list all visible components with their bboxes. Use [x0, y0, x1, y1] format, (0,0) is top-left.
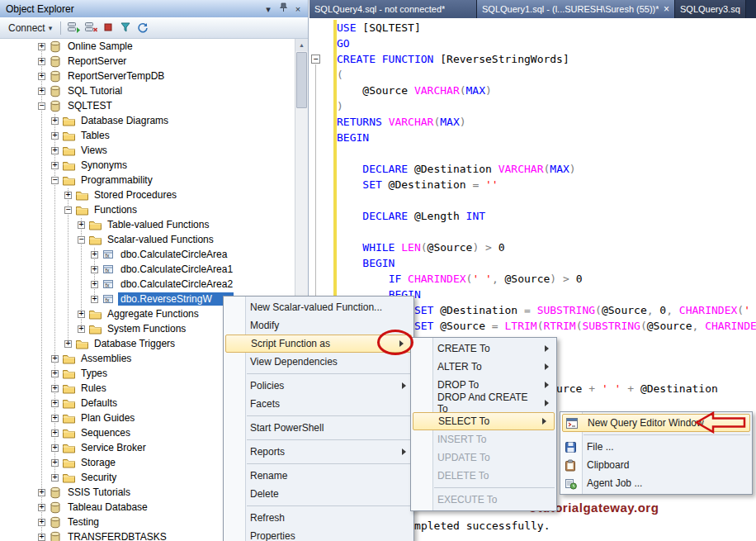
expand-icon[interactable]: +: [38, 88, 45, 95]
menu-item-properties[interactable]: Properties: [224, 527, 413, 541]
menu-item-rename[interactable]: Rename: [224, 467, 413, 485]
expand-icon[interactable]: +: [51, 132, 59, 140]
tab-sqlquery3-sql[interactable]: SQLQuery3.sql: [675, 0, 746, 18]
collapse-icon[interactable]: −: [78, 236, 85, 244]
expand-icon[interactable]: +: [78, 325, 85, 333]
menu-item-policies[interactable]: Policies: [224, 377, 413, 395]
menu-item-label: Clipboard: [587, 459, 629, 471]
tree-item-scalar-valued-functions[interactable]: −Scalar-valued Functions: [0, 232, 295, 247]
collapse-region-icon[interactable]: −: [311, 55, 320, 64]
menu-item-reports[interactable]: Reports: [224, 443, 413, 461]
menu-item-select-to[interactable]: SELECT To: [413, 412, 555, 430]
expand-icon[interactable]: +: [64, 340, 72, 348]
menu-item-view-dependencies[interactable]: View Dependencies: [224, 353, 413, 371]
folder-icon: [62, 129, 75, 142]
tree-item-stored-procedures[interactable]: +Stored Procedures: [0, 187, 295, 202]
tree-item-views[interactable]: +Views: [0, 143, 295, 158]
expand-icon[interactable]: +: [51, 385, 59, 392]
expand-icon[interactable]: +: [51, 415, 59, 422]
expand-icon[interactable]: +: [51, 147, 59, 154]
menu-item-drop-and-create-to[interactable]: DROP And CREATE To: [411, 394, 556, 412]
expand-icon[interactable]: +: [64, 192, 72, 199]
scrollbar-thumb[interactable]: [296, 52, 307, 108]
menu-item-create-to[interactable]: CREATE To: [411, 339, 556, 358]
menu-item-clipboard[interactable]: Clipboard: [560, 456, 752, 474]
connect-button[interactable]: Connect ▾: [3, 20, 57, 36]
menu-item-label: View Dependencies: [250, 356, 338, 368]
object-explorer-titlebar: Object Explorer ▾×: [0, 0, 308, 17]
menu-item-file[interactable]: File ...: [560, 438, 752, 456]
expand-icon[interactable]: +: [51, 444, 59, 452]
tab-sqlquery1-sql-l-suresh-suresh-55[interactable]: SQLQuery1.sql - (l...SURESH\Suresh (55))…: [477, 0, 675, 18]
expand-icon[interactable]: +: [38, 489, 45, 496]
expand-icon[interactable]: +: [51, 370, 59, 377]
expand-icon[interactable]: +: [91, 281, 98, 288]
tree-item-dbo-calculatecirclearea[interactable]: +fxdbo.CalculateCircleArea: [0, 247, 295, 262]
submenu-arrow-icon: [545, 363, 549, 370]
folder-icon: [62, 352, 75, 365]
tree-item-reportserver[interactable]: +ReportServer: [0, 54, 295, 69]
expand-icon[interactable]: +: [51, 355, 59, 363]
expand-icon[interactable]: +: [38, 504, 45, 511]
expand-icon[interactable]: +: [51, 117, 59, 125]
tree-item-dbo-calculatecirclearea2[interactable]: +fxdbo.CalculateCircleArea2: [0, 277, 295, 292]
menu-item-delete[interactable]: Delete: [224, 485, 413, 503]
collapse-icon[interactable]: −: [64, 206, 72, 214]
expand-icon[interactable]: +: [51, 400, 59, 407]
tree-item-sqltest[interactable]: −SQLTEST: [0, 98, 295, 113]
expand-icon[interactable]: +: [38, 58, 45, 65]
tree-item-tables[interactable]: +Tables: [0, 128, 295, 143]
pin-icon[interactable]: [276, 1, 290, 14]
chevron-down-icon[interactable]: ▾: [262, 3, 275, 17]
expand-icon[interactable]: +: [91, 266, 98, 273]
tree-item-label: SSIS Tutorials: [65, 486, 133, 499]
collapse-icon[interactable]: −: [38, 102, 45, 110]
expand-icon[interactable]: +: [38, 73, 45, 80]
menu-item-facets[interactable]: Facets: [224, 395, 413, 413]
code-line: DECLARE @Destination VARCHAR(MAX): [337, 161, 756, 177]
tree-item-functions[interactable]: −Functions: [0, 202, 295, 217]
code-line: [337, 145, 756, 161]
tree-item-reportservertempdb[interactable]: +ReportServerTempDB: [0, 69, 295, 83]
tree-item-table-valued-functions[interactable]: +Table-valued Functions: [0, 217, 295, 232]
stop-icon[interactable]: [99, 19, 116, 36]
folder-icon: [62, 441, 75, 454]
tab-close-icon[interactable]: ×: [664, 3, 669, 15]
tab-label: SQLQuery3.sql: [680, 4, 740, 14]
expand-icon[interactable]: +: [91, 251, 98, 259]
filter-icon[interactable]: [116, 19, 134, 36]
close-icon[interactable]: ×: [291, 2, 305, 16]
tree-item-programmability[interactable]: −Programmability: [0, 173, 295, 187]
tree-item-online-sample[interactable]: +Online Sample: [0, 39, 295, 54]
expand-icon[interactable]: +: [38, 519, 45, 526]
file-icon: [564, 440, 577, 453]
scroll-up-icon[interactable]: ▲: [295, 39, 308, 51]
tree-item-synonyms[interactable]: +Synonyms: [0, 158, 295, 173]
disconnect-server-icon[interactable]: [82, 19, 99, 36]
expand-icon[interactable]: +: [78, 311, 85, 318]
menu-item-alter-to[interactable]: ALTER To: [411, 358, 556, 376]
expand-icon[interactable]: +: [91, 296, 98, 303]
folder-icon: [88, 307, 102, 320]
tab-sqlquery4-sql-not-connected[interactable]: SQLQuery4.sql - not connected*: [309, 0, 477, 18]
connect-server-icon[interactable]: [64, 19, 82, 36]
tree-item-database-diagrams[interactable]: +Database Diagrams: [0, 113, 295, 128]
collapse-icon[interactable]: −: [51, 177, 59, 184]
menu-item-new-scalar-valued-function[interactable]: New Scalar-valued Function...: [224, 298, 413, 316]
menu-item-update-to: UPDATE To: [411, 448, 556, 467]
expand-icon[interactable]: +: [78, 221, 85, 229]
menu-item-label: CREATE To: [437, 343, 490, 354]
menu-item-start-powershell[interactable]: Start PowerShell: [224, 419, 413, 437]
tree-item-dbo-calculatecirclearea1[interactable]: +fxdbo.CalculateCircleArea1: [0, 262, 295, 277]
expand-icon[interactable]: +: [51, 429, 59, 437]
expand-icon[interactable]: +: [51, 459, 59, 467]
menu-item-agent-job[interactable]: Agent Job ...: [560, 474, 752, 492]
refresh-icon[interactable]: [134, 19, 151, 36]
expand-icon[interactable]: +: [38, 43, 45, 50]
expand-icon[interactable]: +: [51, 162, 59, 169]
tree-item-sql-tutorial[interactable]: +SQL Tutorial: [0, 83, 295, 98]
expand-icon[interactable]: +: [38, 534, 45, 541]
menu-item-label: Start PowerShell: [250, 422, 324, 434]
expand-icon[interactable]: +: [51, 474, 59, 482]
menu-item-refresh[interactable]: Refresh: [224, 509, 413, 527]
